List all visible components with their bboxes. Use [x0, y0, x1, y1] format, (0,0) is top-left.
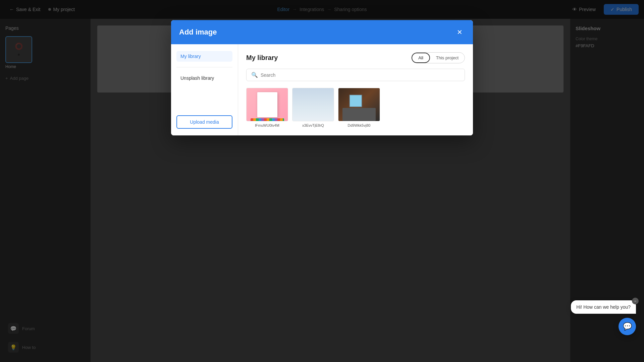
modal-close-button[interactable]: ✕ — [454, 27, 465, 38]
image-item-winter[interactable]: x3EvvTjE8rQ — [292, 88, 334, 127]
image-thumb-notebook — [246, 88, 288, 121]
image-thumb-person — [338, 88, 380, 121]
image-item-person[interactable]: Dd9Wkk5vj80 — [338, 88, 380, 127]
upload-media-button[interactable]: Upload media — [176, 115, 232, 129]
filter-buttons: All This project — [411, 52, 465, 63]
modal-sidebar: My library Unsplash library Upload media — [171, 44, 238, 135]
library-title: My library — [246, 54, 278, 62]
image-label-3: Dd9Wkk5vj80 — [348, 123, 371, 127]
chat-icon-button[interactable]: 💬 — [619, 318, 636, 335]
modal-header: Add image ✕ — [171, 20, 473, 44]
modal-overlay: Add image ✕ My library Unsplash library … — [0, 0, 644, 362]
search-input[interactable] — [261, 72, 460, 78]
image-thumb-winter — [292, 88, 334, 121]
image-label-1: lFmuWU0tv4M — [255, 123, 279, 127]
chat-bubble-wrapper: Hi! How can we help you? − — [571, 300, 636, 314]
messenger-icon: 💬 — [623, 322, 632, 331]
library-header: My library All This project — [246, 52, 465, 63]
modal-body: My library Unsplash library Upload media… — [171, 44, 473, 135]
modal-nav-unsplash[interactable]: Unsplash library — [176, 73, 232, 83]
search-bar: 🔍 — [246, 69, 465, 81]
filter-this-project-button[interactable]: This project — [430, 53, 465, 63]
search-icon: 🔍 — [251, 72, 258, 78]
modal-nav-divider — [176, 67, 232, 67]
image-item-notebook[interactable]: lFmuWU0tv4M — [246, 88, 288, 127]
modal-content-area: My library All This project 🔍 — [238, 44, 473, 135]
chat-close-button[interactable]: − — [632, 298, 639, 304]
modal-title: Add image — [179, 28, 217, 37]
image-label-2: x3EvvTjE8rQ — [302, 123, 324, 127]
image-grid: lFmuWU0tv4M x3EvvTjE8rQ — [246, 88, 465, 127]
chat-bubble: Hi! How can we help you? — [571, 300, 636, 314]
modal-nav-my-library[interactable]: My library — [176, 51, 232, 62]
chat-widget: Hi! How can we help you? − 💬 — [571, 300, 636, 335]
filter-all-button[interactable]: All — [412, 53, 430, 63]
add-image-modal: Add image ✕ My library Unsplash library … — [171, 20, 473, 135]
